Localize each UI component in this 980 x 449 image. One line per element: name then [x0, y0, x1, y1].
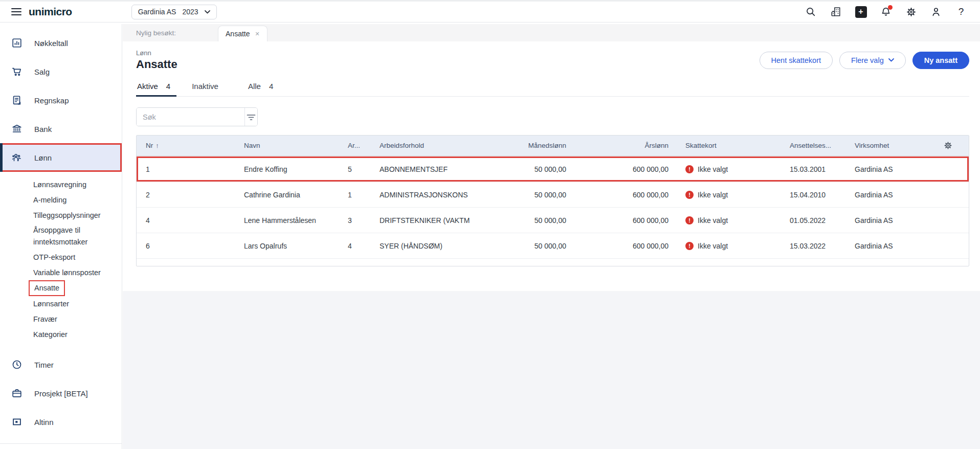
page-title: Ansatte [136, 58, 177, 71]
chevron-down-icon [888, 58, 894, 62]
submenu-item-tilleggsopplysninger[interactable]: Tilleggsopplysninger [33, 208, 122, 223]
bar-chart-icon [11, 37, 23, 49]
submenu-item-fravaer[interactable]: Fravær [33, 311, 122, 327]
alert-icon: ! [685, 242, 694, 250]
sidebar-item-salg[interactable]: Salg [0, 57, 122, 86]
table-row[interactable]: 4 Lene Hammerstålesen 3 DRIFTSTEKNIKER (… [137, 207, 969, 233]
sidebar-item-prosjekt[interactable]: Prosjekt [BETA] [0, 379, 122, 408]
altinn-icon [11, 416, 23, 428]
tab-aktive[interactable]: Aktive4 [136, 82, 176, 96]
ny-ansatt-button[interactable]: Ny ansatt [912, 52, 969, 69]
submenu-item-variable-lonnsposter[interactable]: Variable lønnsposter [33, 265, 122, 280]
sidebar-item-label: Nøkkeltall [34, 39, 68, 48]
recent-tab-ansatte[interactable]: Ansatte ✕ [218, 26, 268, 41]
sidebar-item-bank[interactable]: Bank [0, 115, 122, 143]
notifications-icon[interactable] [880, 6, 892, 18]
column-header-manedslonn[interactable]: Månedslønn [495, 142, 574, 149]
column-header-ansettelses[interactable]: Ansettelses... [781, 142, 845, 149]
briefcase-icon [11, 388, 23, 399]
account-icon[interactable] [930, 6, 942, 18]
alert-icon: ! [685, 165, 694, 173]
sidebar-item-label: Prosjekt [BETA] [34, 389, 88, 398]
sidebar-item-altinn[interactable]: Altinn [0, 408, 122, 436]
sidebar-item-nokkeltall[interactable]: Nøkkeltall [0, 29, 122, 57]
recent-tabs-bar: Nylig besøkt: Ansatte ✕ [123, 24, 980, 41]
close-icon[interactable]: ✕ [255, 31, 260, 37]
app-window: unimicro Gardinia AS 2023 + [0, 0, 980, 449]
column-header-skattekort[interactable]: Skattekort [676, 142, 781, 149]
content-card: Lønn Ansatte Hent skattekort Flere valg … [123, 41, 980, 291]
sidebar-item-lonn[interactable]: Lønn [0, 143, 122, 172]
table-row[interactable]: 2 Cathrine Gardinia 1 ADMINISTRASJONSKON… [137, 182, 969, 207]
recent-label: Nylig besøkt: [136, 29, 176, 41]
table-row[interactable]: 6 Lars Opalrufs 4 SYER (HÅNDSØM) 50 000,… [137, 233, 969, 258]
table-footer-strip [137, 258, 969, 266]
ledger-icon [11, 95, 23, 106]
sort-asc-icon: ↑ [155, 142, 159, 149]
clock-icon [11, 359, 23, 370]
main-area: Nylig besøkt: Ansatte ✕ Lønn Ansatte Hen… [123, 24, 980, 449]
sidebar-item-label: Altinn [34, 418, 54, 426]
column-header-ar[interactable]: Ar... [339, 142, 370, 149]
column-header-navn[interactable]: Navn [235, 142, 339, 149]
company-icon[interactable] [830, 6, 842, 18]
submenu-item-kategorier[interactable]: Kategorier [33, 327, 122, 342]
topbar: unimicro Gardinia AS 2023 + [0, 2, 980, 23]
cart-icon [11, 66, 23, 77]
sidebar-item-timer[interactable]: Timer [0, 350, 122, 379]
sidebar-item-label: Lønn [34, 153, 52, 162]
submenu-item-otp-eksport[interactable]: OTP-eksport [33, 250, 122, 265]
tab-count: 4 [166, 82, 170, 91]
sidebar: Nøkkeltall Salg Regnskap Bank Lønn [0, 24, 122, 449]
sidebar-footer-divider [0, 443, 122, 444]
hent-skattekort-button[interactable]: Hent skattekort [760, 52, 833, 69]
header-buttons: Hent skattekort Flere valg Ny ansatt [760, 52, 969, 69]
notification-badge [888, 5, 893, 10]
table-row[interactable]: 1 Endre Koffing 5 ABONNEMENTSJEF 50 000,… [137, 156, 969, 182]
tab-inaktive[interactable]: Inaktive [191, 82, 233, 96]
search-input[interactable] [137, 108, 244, 126]
search-row [136, 107, 969, 126]
submenu-item-lonnsarter[interactable]: Lønnsarter [33, 296, 122, 311]
alert-icon: ! [685, 191, 694, 199]
column-header-arbeidsforhold[interactable]: Arbeidsforhold [370, 142, 495, 149]
search-icon[interactable] [805, 6, 817, 18]
bank-icon [11, 123, 23, 134]
column-header-nr[interactable]: Nr↑ [137, 142, 235, 149]
topbar-icon-group: + ? [805, 6, 967, 18]
lonn-submenu: Lønnsavregning A-melding Tilleggsopplysn… [0, 172, 122, 342]
alert-icon: ! [685, 216, 694, 224]
fiscal-year: 2023 [182, 8, 198, 16]
tab-count: 4 [269, 82, 273, 91]
chevron-down-icon [205, 10, 210, 14]
page-header: Lønn Ansatte Hent skattekort Flere valg … [136, 41, 969, 71]
help-icon[interactable]: ? [955, 6, 967, 18]
company-selector[interactable]: Gardinia AS 2023 [131, 5, 217, 19]
table-header: Nr↑ Navn Ar... Arbeidsforhold Månedslønn… [137, 136, 969, 156]
company-name: Gardinia AS [138, 8, 176, 16]
breadcrumb: Lønn [136, 49, 177, 57]
sidebar-item-label: Salg [34, 68, 50, 76]
column-settings-gear-icon[interactable] [927, 141, 969, 150]
filter-icon[interactable] [244, 108, 257, 126]
settings-icon[interactable] [905, 6, 917, 18]
add-icon[interactable]: + [855, 6, 867, 18]
sidebar-item-label: Timer [34, 361, 54, 369]
sidebar-item-regnskap[interactable]: Regnskap [0, 86, 122, 115]
sidebar-item-label: Regnskap [34, 96, 69, 105]
flere-valg-button[interactable]: Flere valg [839, 52, 906, 69]
column-header-virksomhet[interactable]: Virksomhet [845, 142, 927, 149]
unimicro-logo: unimicro [29, 6, 72, 18]
submenu-item-arsoppgave[interactable]: Årsoppgave til inntektsmottaker [33, 223, 110, 250]
tab-alle[interactable]: Alle4 [247, 82, 279, 96]
recent-tab-title: Ansatte [226, 30, 250, 38]
column-header-arslonn[interactable]: Årslønn [574, 142, 676, 149]
sidebar-item-label: Bank [34, 125, 52, 133]
submenu-item-lonnsavregning[interactable]: Lønnsavregning [33, 177, 122, 192]
submenu-item-a-melding[interactable]: A-melding [33, 192, 122, 208]
people-icon [11, 152, 23, 163]
hamburger-menu-icon[interactable] [11, 8, 21, 15]
employee-table: Nr↑ Navn Ar... Arbeidsforhold Månedslønn… [136, 135, 969, 266]
employee-filter-tabs: Aktive4 Inaktive Alle4 [136, 82, 969, 97]
submenu-item-ansatte[interactable]: Ansatte [33, 280, 122, 296]
